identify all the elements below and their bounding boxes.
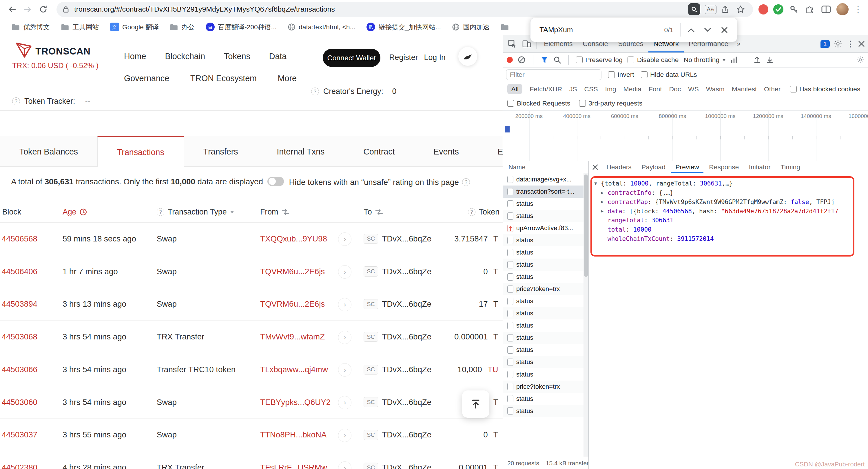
- network-settings-gear-icon[interactable]: [857, 56, 864, 64]
- filter-chip-wasm[interactable]: Wasm: [706, 85, 724, 93]
- tab-energy[interactable]: Energy: [478, 136, 503, 166]
- checkbox[interactable]: [790, 86, 797, 92]
- tab-transfers[interactable]: Transfers: [184, 136, 257, 166]
- from-address-link[interactable]: TMvWvt9...wfamZ: [260, 321, 339, 353]
- request-row[interactable]: status: [503, 210, 588, 222]
- help-icon[interactable]: ?: [157, 208, 164, 216]
- register-link[interactable]: Register: [389, 53, 418, 62]
- swap-addresses-icon[interactable]: [282, 209, 289, 215]
- from-address-link[interactable]: TXQQxub...9YU98: [260, 223, 339, 255]
- request-row[interactable]: status: [503, 271, 588, 283]
- nav-more[interactable]: More: [278, 74, 297, 83]
- throttling-dropdown[interactable]: No throttling: [684, 56, 726, 64]
- detail-tab-payload[interactable]: Payload: [637, 161, 670, 173]
- filter-caret-icon[interactable]: [230, 211, 234, 213]
- disable-cache-checkbox[interactable]: Disable cache: [627, 56, 679, 64]
- filter-funnel-icon[interactable]: [540, 56, 549, 63]
- network-filter-input[interactable]: [506, 69, 601, 80]
- bookmark-item[interactable]: 国内加速: [447, 21, 495, 33]
- extensions-puzzle-icon[interactable]: [804, 4, 815, 15]
- filter-chip-other[interactable]: Other: [764, 85, 780, 93]
- header-age[interactable]: Age: [63, 201, 87, 222]
- console-messages-badge[interactable]: 1: [820, 40, 830, 48]
- filter-chip-media[interactable]: Media: [623, 85, 642, 93]
- request-row[interactable]: status: [503, 332, 588, 344]
- block-link[interactable]: 44503037: [0, 418, 63, 451]
- direction-arrow-button[interactable]: ›: [338, 232, 351, 246]
- search-icon[interactable]: [553, 56, 561, 64]
- from-address-link[interactable]: TLxbqaww...qj4mw: [260, 353, 339, 386]
- forward-button[interactable]: [20, 2, 35, 17]
- back-to-top-button[interactable]: [462, 390, 489, 418]
- name-column-header[interactable]: Name: [503, 161, 588, 173]
- help-icon[interactable]: ?: [468, 208, 476, 216]
- detail-tab-preview[interactable]: Preview: [671, 161, 704, 173]
- request-row[interactable]: status: [503, 234, 588, 246]
- request-row[interactable]: status: [503, 319, 588, 332]
- from-address-link[interactable]: TTNo8PH...bkoNA: [260, 418, 339, 451]
- split-view-icon[interactable]: [820, 4, 832, 15]
- blocked-requests-checkbox[interactable]: Blocked Requests: [507, 99, 570, 107]
- preview-line[interactable]: rangeTotal: 306631: [594, 216, 838, 225]
- from-address-link[interactable]: TQVRM6u...2E6js: [260, 288, 339, 321]
- timeline-ruler[interactable]: 200000 ms400000 ms600000 ms800000 ms1000…: [503, 111, 868, 161]
- request-row[interactable]: status: [503, 405, 588, 417]
- to-address[interactable]: TDvX...6bqZe: [382, 299, 431, 309]
- request-row[interactable]: status: [503, 295, 588, 307]
- from-address-link[interactable]: TFsLRrF...USRMw: [260, 451, 339, 469]
- close-detail-icon[interactable]: [590, 162, 601, 173]
- export-har-icon[interactable]: [766, 56, 774, 64]
- to-address[interactable]: TDvX...6bqZe: [382, 365, 431, 374]
- checkbox[interactable]: [641, 71, 648, 78]
- tab-token-balances[interactable]: Token Balances: [0, 136, 97, 166]
- disclosure-arrow-icon[interactable]: ▶: [601, 190, 608, 195]
- checkbox[interactable]: [608, 71, 615, 78]
- block-link[interactable]: 44503060: [0, 386, 63, 418]
- to-address[interactable]: TDvX...6bqZe: [382, 267, 431, 276]
- token-symbol[interactable]: TU: [488, 365, 498, 374]
- to-address[interactable]: TDvX...6bqZe: [382, 234, 431, 243]
- header-token[interactable]: ?Token: [468, 201, 503, 222]
- filter-chip-css[interactable]: CSS: [584, 85, 598, 93]
- devtools-settings-gear-icon[interactable]: [834, 40, 842, 48]
- find-query-input[interactable]: TAMpXum: [539, 26, 664, 34]
- nav-tron-ecosystem[interactable]: TRON Ecosystem: [190, 74, 257, 83]
- bookmark-folder-partial[interactable]: [496, 22, 514, 32]
- nav-governance[interactable]: Governance: [124, 74, 169, 83]
- checkbox[interactable]: [579, 100, 586, 107]
- extension-green-icon[interactable]: [773, 4, 783, 14]
- request-row[interactable]: status: [503, 198, 588, 210]
- request-list-scrollbar[interactable]: [584, 173, 588, 457]
- direction-arrow-button[interactable]: ›: [338, 429, 351, 442]
- devtools-menu-icon[interactable]: ⋮: [846, 39, 855, 49]
- to-address[interactable]: TDvX...6bqZe: [382, 398, 431, 407]
- swap-addresses-icon[interactable]: [375, 209, 383, 215]
- bookmark-item[interactable]: data:text/html, <h...: [283, 22, 361, 32]
- to-address[interactable]: TDvX...6bqZe: [382, 332, 431, 342]
- request-row[interactable]: status: [503, 307, 588, 319]
- bookmark-item[interactable]: 百百度翻译-200种语...: [201, 21, 282, 33]
- invert-checkbox[interactable]: Invert: [608, 71, 634, 79]
- record-button[interactable]: [507, 57, 513, 63]
- direction-arrow-button[interactable]: ›: [338, 331, 351, 344]
- block-link[interactable]: 44502380: [0, 451, 63, 469]
- preview-line[interactable]: wholeChainTxCount: 3911572014: [594, 234, 838, 243]
- nav-blockchain[interactable]: Blockchain: [165, 52, 205, 61]
- extension-red-icon[interactable]: [758, 4, 768, 14]
- preview-line[interactable]: ▶data: [{block: 44506568, hash: "663da49…: [594, 206, 838, 216]
- disclosure-arrow-icon[interactable]: ▶: [601, 208, 608, 214]
- disclosure-arrow-icon[interactable]: ▼: [594, 181, 601, 186]
- preview-line[interactable]: ▶contractInfo: {,…}: [594, 188, 838, 197]
- lens-icon[interactable]: [688, 3, 700, 16]
- direction-arrow-button[interactable]: ›: [338, 265, 351, 279]
- filter-chip-doc[interactable]: Doc: [669, 85, 681, 93]
- bookmark-item[interactable]: 办公: [165, 21, 199, 33]
- bookmark-item[interactable]: 爪链接提交_加快网站...: [362, 21, 446, 33]
- direction-arrow-button[interactable]: ›: [338, 298, 351, 311]
- block-link[interactable]: 44506568: [0, 223, 63, 255]
- browser-menu-icon[interactable]: ⋮: [854, 4, 863, 14]
- site-info-icon[interactable]: [62, 5, 70, 13]
- tab-events[interactable]: Events: [414, 136, 478, 166]
- clock-icon[interactable]: [80, 208, 87, 216]
- bookmark-item[interactable]: 优秀博文: [7, 21, 55, 33]
